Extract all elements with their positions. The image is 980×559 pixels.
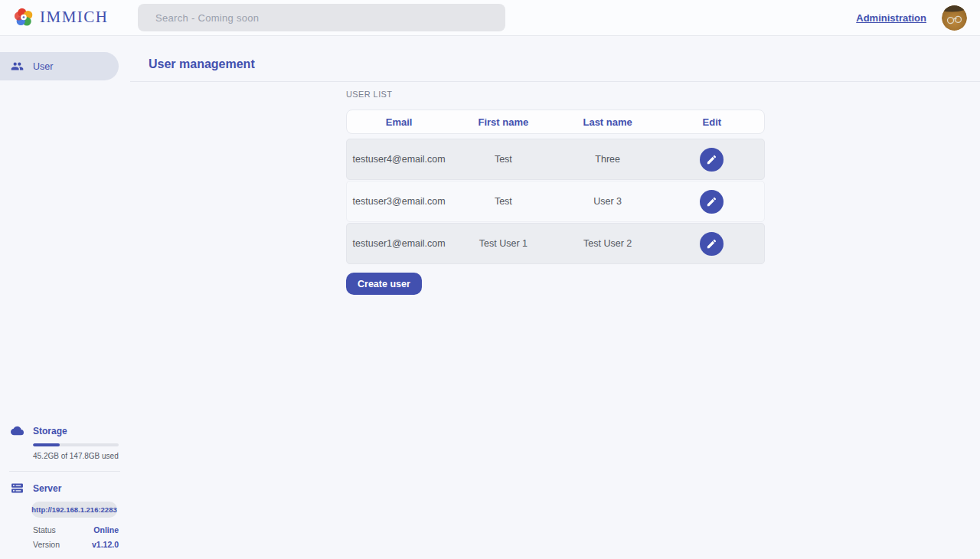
user-list-section: USER LIST Email First name Last name Edi… [346, 90, 765, 295]
table-row: testuser3@email.com Test User 3 [346, 181, 765, 222]
sidebar: User Storage 45.2GB of 147.8GB used Serv… [0, 36, 130, 559]
sidebar-item-user-label: User [33, 61, 53, 72]
edit-user-button[interactable] [700, 190, 724, 214]
status-label: Status [33, 525, 56, 534]
cell-first-name: Test [451, 154, 555, 165]
cloud-icon [11, 424, 24, 437]
column-header-edit: Edit [660, 116, 764, 128]
storage-progress-fill [33, 443, 60, 446]
server-version-row: Version v1.12.0 [33, 540, 119, 549]
section-label: USER LIST [346, 90, 765, 99]
table-header-row: Email First name Last name Edit [346, 110, 765, 134]
server-icon [11, 482, 24, 495]
storage-progress-bar [33, 443, 119, 446]
server-url-chip: http://192.168.1.216:2283 [31, 502, 117, 518]
pencil-icon [706, 154, 717, 165]
cell-last-name: User 3 [556, 196, 660, 207]
user-avatar[interactable] [942, 5, 967, 31]
title-divider [130, 81, 980, 82]
table-row: testuser4@email.com Test Three [346, 139, 765, 180]
immich-logo[interactable]: IMMICH [14, 7, 109, 28]
pencil-icon [706, 196, 717, 208]
column-header-email: Email [347, 116, 451, 128]
cell-email: testuser4@email.com [347, 154, 451, 165]
sidebar-status-panel: Storage 45.2GB of 147.8GB used Server ht… [11, 424, 119, 549]
top-bar: IMMICH Administration [0, 0, 980, 36]
sidebar-item-user[interactable]: User [0, 52, 119, 80]
cell-email: testuser1@email.com [347, 238, 451, 249]
cell-first-name: Test [451, 196, 555, 207]
status-value: Online [93, 525, 119, 534]
administration-link[interactable]: Administration [856, 12, 926, 24]
people-icon [11, 60, 24, 73]
search-input[interactable] [138, 4, 505, 31]
cell-first-name: Test User 1 [451, 238, 555, 249]
edit-user-button[interactable] [700, 232, 724, 256]
server-header: Server [11, 482, 119, 495]
immich-flower-icon [14, 7, 34, 28]
sidebar-divider [9, 471, 120, 472]
page-title: User management [149, 57, 255, 71]
cell-last-name: Test User 2 [556, 238, 660, 249]
edit-user-button[interactable] [700, 148, 724, 172]
storage-header: Storage [11, 424, 119, 437]
column-header-last-name: Last name [556, 116, 660, 128]
server-title: Server [33, 483, 61, 494]
storage-usage-text: 45.2GB of 147.8GB used [33, 452, 119, 460]
column-header-first-name: First name [451, 116, 555, 128]
storage-title: Storage [33, 426, 67, 436]
topbar-right: Administration [856, 0, 967, 36]
logo-text: IMMICH [40, 8, 109, 27]
cell-email: testuser3@email.com [347, 196, 451, 207]
table-row: testuser1@email.com Test User 1 Test Use… [346, 223, 765, 264]
cell-last-name: Three [556, 154, 660, 165]
pencil-icon [706, 238, 717, 250]
create-user-button[interactable]: Create user [346, 273, 422, 295]
server-status-row: Status Online [33, 525, 119, 534]
main-content: User management USER LIST Email First na… [130, 36, 980, 559]
version-value: v1.12.0 [92, 540, 119, 549]
version-label: Version [33, 540, 60, 549]
